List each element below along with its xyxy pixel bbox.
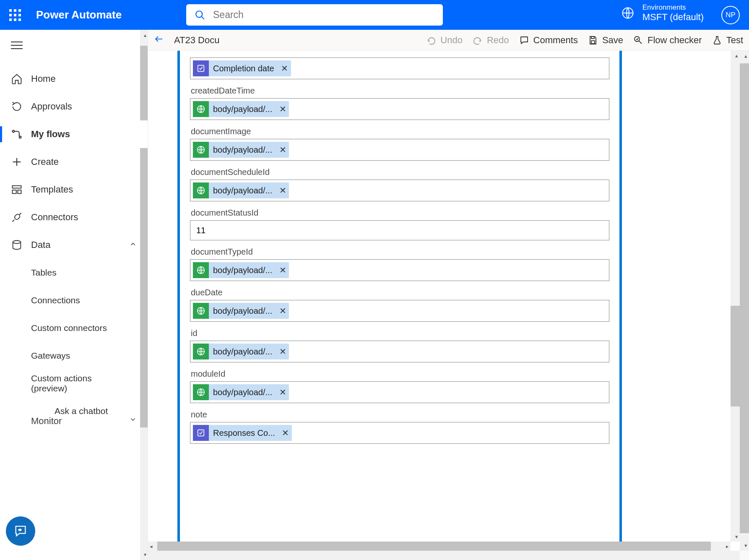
connectors-icon bbox=[11, 211, 23, 223]
command-bar: AT23 Docu Undo Redo Comments Save Flow c… bbox=[148, 30, 749, 51]
remove-token-button[interactable]: ✕ bbox=[278, 346, 287, 357]
inner-h-scroll-thumb[interactable] bbox=[157, 542, 711, 551]
dynamic-content-token[interactable]: body/payload/...✕ bbox=[193, 384, 289, 400]
field-label: documentScheduleId bbox=[191, 167, 609, 177]
environment-label: Environments bbox=[642, 3, 704, 12]
app-launcher-icon[interactable] bbox=[9, 9, 21, 21]
inner-v-scroll-track[interactable] bbox=[731, 51, 740, 542]
dynamic-content-token[interactable]: body/payload/...✕ bbox=[193, 303, 289, 319]
outer-v-scroll-thumb[interactable] bbox=[740, 63, 749, 533]
environment-value: MSFT (default) bbox=[642, 12, 704, 23]
remove-token-button[interactable]: ✕ bbox=[278, 387, 287, 397]
field-input[interactable]: body/payload/...✕ bbox=[190, 139, 609, 161]
nav-subitem-connections[interactable]: Connections bbox=[0, 287, 148, 314]
nav-scrollbar-thumb[interactable] bbox=[140, 46, 148, 427]
user-avatar[interactable]: NP bbox=[721, 6, 740, 24]
globe-icon bbox=[622, 7, 634, 19]
remove-token-button[interactable]: ✕ bbox=[280, 63, 289, 73]
flow-title[interactable]: AT23 Docu bbox=[174, 35, 219, 46]
chatbot-button[interactable] bbox=[6, 516, 35, 546]
scroll-right-arrow[interactable]: ▸ bbox=[726, 543, 729, 550]
comments-button[interactable]: Comments bbox=[519, 35, 578, 46]
nav-subitem-custom-connectors[interactable]: Custom connectors bbox=[0, 314, 148, 342]
scroll-up-arrow[interactable]: ▴ bbox=[735, 52, 738, 59]
inner-v-scroll-thumb[interactable] bbox=[731, 306, 740, 406]
back-button[interactable] bbox=[154, 34, 168, 47]
remove-token-button[interactable]: ✕ bbox=[278, 185, 287, 195]
field-text-input[interactable] bbox=[192, 222, 607, 238]
redo-button[interactable]: Redo bbox=[473, 35, 509, 46]
field-input[interactable]: body/payload/...✕ bbox=[190, 180, 609, 201]
field-input[interactable]: body/payload/...✕ bbox=[190, 300, 609, 322]
nav-item-create[interactable]: Create bbox=[0, 148, 148, 176]
undo-button[interactable]: Undo bbox=[426, 35, 463, 46]
nav-label: Home bbox=[31, 73, 56, 84]
field-input[interactable]: body/payload/...✕ bbox=[190, 259, 609, 281]
main-area: AT23 Docu Undo Redo Comments Save Flow c… bbox=[148, 30, 749, 560]
scroll-down-arrow[interactable]: ▾ bbox=[735, 534, 738, 540]
scroll-down-arrow[interactable]: ▾ bbox=[144, 552, 146, 557]
forms-icon bbox=[193, 60, 209, 76]
remove-token-button[interactable]: ✕ bbox=[281, 428, 290, 438]
token-text: Completion date bbox=[213, 64, 274, 73]
nav-label: Connectors bbox=[31, 212, 78, 223]
field-label: documentImage bbox=[191, 127, 609, 136]
http-icon bbox=[193, 344, 209, 359]
flow-checker-button[interactable]: Flow checker bbox=[633, 35, 702, 46]
scroll-up-arrow[interactable]: ▴ bbox=[744, 53, 747, 59]
remove-token-button[interactable]: ✕ bbox=[278, 145, 287, 155]
field-input[interactable]: body/payload/...✕ bbox=[190, 381, 609, 403]
nav-item-approvals[interactable]: Approvals bbox=[0, 93, 148, 120]
svg-rect-14 bbox=[591, 41, 595, 44]
home-icon bbox=[11, 73, 23, 85]
field-label: dueDate bbox=[191, 288, 609, 297]
remove-token-button[interactable]: ✕ bbox=[278, 265, 287, 275]
svg-point-15 bbox=[635, 36, 640, 42]
save-button[interactable]: Save bbox=[588, 35, 623, 46]
remove-token-button[interactable]: ✕ bbox=[278, 306, 287, 316]
token-text: body/payload/... bbox=[213, 347, 272, 357]
left-nav: ▴ ▾ Home Approvals My flows Create bbox=[0, 30, 148, 560]
search-input[interactable] bbox=[213, 9, 434, 21]
nav-item-data[interactable]: Data bbox=[0, 231, 148, 259]
nav-subitem-tables[interactable]: Tables bbox=[0, 259, 148, 287]
field-input[interactable]: body/payload/...✕ bbox=[190, 98, 609, 120]
scroll-up-arrow[interactable]: ▴ bbox=[144, 32, 146, 38]
svg-point-0 bbox=[196, 11, 202, 17]
dynamic-content-token[interactable]: body/payload/...✕ bbox=[193, 101, 289, 117]
nav-item-my-flows[interactable]: My flows bbox=[0, 120, 148, 148]
http-icon bbox=[193, 303, 209, 319]
field-input[interactable] bbox=[190, 220, 609, 240]
designer-canvas[interactable]: ▴ ▾ ◂ ▸ Completion date✕createdDateTimeb… bbox=[148, 51, 740, 551]
scroll-left-arrow[interactable]: ◂ bbox=[150, 543, 153, 550]
test-button[interactable]: Test bbox=[712, 35, 743, 46]
nav-item-monitor[interactable]: Monitor bbox=[0, 406, 148, 434]
nav-label: Templates bbox=[31, 184, 73, 195]
field-input[interactable]: Completion date✕ bbox=[190, 57, 609, 79]
field-input[interactable]: Responses Co...✕ bbox=[190, 422, 609, 444]
svg-rect-24 bbox=[198, 430, 204, 436]
nav-subitem-gateways[interactable]: Gateways bbox=[0, 342, 148, 370]
dynamic-content-token[interactable]: Responses Co...✕ bbox=[193, 425, 292, 441]
dynamic-content-token[interactable]: body/payload/...✕ bbox=[193, 142, 289, 158]
search-box[interactable] bbox=[186, 4, 443, 26]
http-icon bbox=[193, 182, 209, 198]
dynamic-content-token[interactable]: body/payload/...✕ bbox=[193, 182, 289, 198]
scroll-down-arrow[interactable]: ▾ bbox=[744, 542, 747, 549]
field-label: moduleId bbox=[191, 369, 609, 379]
nav-toggle-button[interactable] bbox=[0, 30, 148, 61]
nav-item-home[interactable]: Home bbox=[0, 65, 148, 93]
chevron-down-icon bbox=[129, 415, 137, 426]
database-icon bbox=[11, 239, 23, 251]
dynamic-content-token[interactable]: Completion date✕ bbox=[193, 60, 291, 76]
nav-item-connectors[interactable]: Connectors bbox=[0, 203, 148, 231]
dynamic-content-token[interactable]: body/payload/...✕ bbox=[193, 344, 289, 359]
environment-picker[interactable]: Environments MSFT (default) bbox=[622, 3, 704, 23]
nav-subitem-custom-actions[interactable]: Custom actions (preview) bbox=[0, 370, 148, 397]
dynamic-content-token[interactable]: body/payload/...✕ bbox=[193, 262, 289, 278]
remove-token-button[interactable]: ✕ bbox=[278, 104, 287, 114]
nav-item-templates[interactable]: Templates bbox=[0, 176, 148, 203]
outer-h-scroll-track[interactable] bbox=[148, 551, 740, 560]
brand-title[interactable]: Power Automate bbox=[36, 8, 122, 21]
field-input[interactable]: body/payload/...✕ bbox=[190, 341, 609, 362]
